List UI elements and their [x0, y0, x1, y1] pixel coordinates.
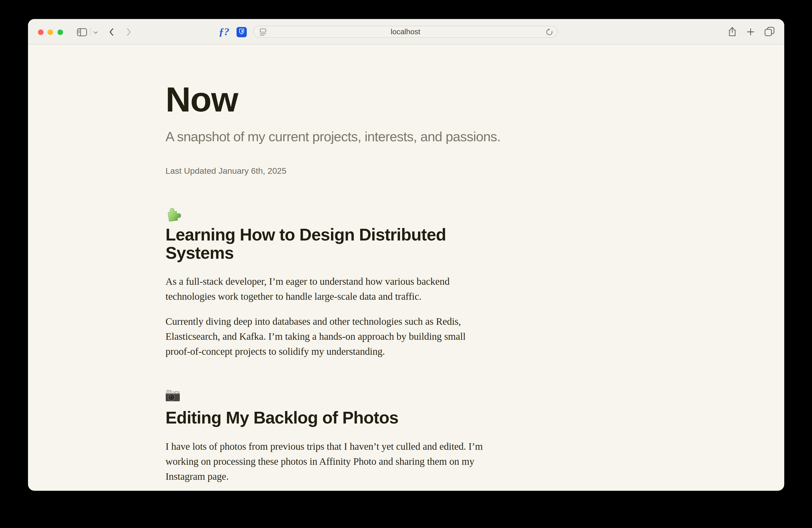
- browser-window: ƒ? localhost: [28, 19, 784, 491]
- last-updated-text: Last Updated January 6th, 2025: [165, 166, 647, 176]
- section-distributed-systems: Learning How to Design Distributed Syste…: [165, 206, 647, 359]
- reload-icon[interactable]: [546, 28, 553, 37]
- sidebar-toggle-button[interactable]: [77, 28, 87, 37]
- reader-icon[interactable]: [260, 29, 266, 37]
- share-button[interactable]: [728, 27, 736, 38]
- section-paragraph: I have lots of photos from previous trip…: [165, 439, 491, 484]
- share-icon: [728, 27, 736, 38]
- section-heading: Learning How to Design Distributed Syste…: [165, 225, 478, 262]
- font-extension-button[interactable]: ƒ?: [218, 26, 230, 38]
- sidebar-menu-chevron[interactable]: [93, 30, 98, 35]
- new-tab-button[interactable]: [747, 28, 754, 36]
- toolbar-divider: [90, 28, 91, 36]
- browser-toolbar: ƒ? localhost: [28, 19, 784, 44]
- chevron-down-icon: [93, 30, 98, 35]
- tab-overview-icon: [765, 27, 775, 38]
- zoom-window-button[interactable]: [58, 29, 63, 35]
- puzzle-piece-icon: [164, 205, 183, 223]
- section-photo-editing: Editing My Backlog of Photos I have lots…: [165, 390, 647, 484]
- new-tab-icon: [747, 28, 754, 36]
- page-content: Now A snapshot of my current projects, i…: [28, 82, 784, 484]
- section-paragraph: As a full-stack developer, I’m eager to …: [165, 274, 491, 304]
- back-icon: [109, 28, 114, 37]
- close-window-button[interactable]: [38, 29, 44, 35]
- url-text[interactable]: localhost: [391, 28, 420, 36]
- tab-overview-button[interactable]: [765, 27, 775, 38]
- back-button[interactable]: [109, 28, 114, 37]
- forward-icon: [127, 28, 131, 37]
- minimize-window-button[interactable]: [47, 29, 53, 35]
- section-heading: Editing My Backlog of Photos: [165, 409, 478, 427]
- font-extension-glyph: ƒ?: [219, 26, 229, 38]
- page-title: Now: [165, 82, 647, 117]
- page-subtitle: A snapshot of my current projects, inter…: [165, 129, 647, 145]
- address-bar[interactable]: localhost: [253, 26, 558, 38]
- bitwarden-shield-icon: [238, 28, 245, 36]
- section-paragraph: Currently diving deep into databases and…: [165, 314, 491, 359]
- forward-button[interactable]: [127, 28, 131, 37]
- camera-icon: [165, 390, 182, 405]
- bitwarden-extension-button[interactable]: [236, 27, 247, 37]
- sidebar-icon: [77, 28, 87, 37]
